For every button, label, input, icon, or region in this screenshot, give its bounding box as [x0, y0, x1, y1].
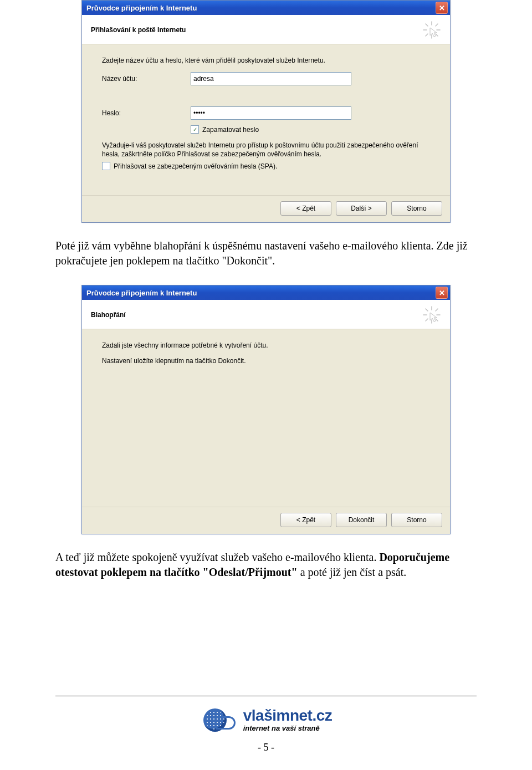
svg-line-12	[426, 309, 428, 311]
back-button[interactable]: < Zpět	[280, 513, 331, 527]
wizard-body: Zadejte název účtu a heslo, které vám př…	[82, 44, 450, 195]
titlebar[interactable]: Průvodce připojením k Internetu ✕	[82, 285, 450, 300]
svg-line-15	[426, 319, 428, 321]
svg-line-13	[436, 319, 438, 321]
para2-span-c: a poté již jen číst a psát.	[298, 566, 407, 578]
account-row: Název účtu:	[102, 72, 430, 85]
para2-span-a: A teď již můžete spokojeně využívat služ…	[55, 551, 379, 563]
page-number: - 5 -	[55, 742, 477, 753]
spa-label: Přihlašovat se zabezpečeným ověřováním h…	[114, 162, 277, 170]
instruction-text: Zadejte název účtu a heslo, které vám př…	[102, 57, 430, 64]
svg-line-4	[426, 24, 428, 26]
doc-paragraph-1: Poté již vám vyběhne blahopřání k úspěšn…	[55, 238, 477, 268]
svg-line-14	[436, 309, 438, 311]
spa-row[interactable]: Přihlašovat se zabezpečeným ověřováním h…	[102, 162, 430, 170]
svg-line-6	[436, 24, 438, 26]
brand-tagline: internet na vaší straně	[243, 725, 332, 732]
account-input[interactable]	[191, 72, 351, 85]
back-button[interactable]: < Zpět	[280, 201, 331, 216]
brand-logo: vlašimnet.cz internet na vaší straně	[55, 706, 477, 733]
brand-tld: .cz	[312, 707, 332, 724]
button-row: < Zpět Další > Storno	[82, 195, 450, 222]
wizard-header: Blahopřání	[82, 300, 450, 329]
close-icon[interactable]: ✕	[436, 2, 448, 14]
button-row: < Zpět Dokončit Storno	[82, 507, 450, 534]
brand-text: vlašimnet.cz internet na vaší straně	[243, 708, 332, 732]
cursor-burst-icon	[422, 305, 441, 324]
wizard-body: Zadali jste všechny informace potřebné k…	[82, 329, 450, 507]
spa-explain-text: Vyžaduje-li váš poskytovatel služeb Inte…	[102, 141, 430, 159]
wizard-subtitle: Přihlašování k poště Internetu	[91, 26, 186, 34]
finish-line2: Nastavení uložíte klepnutím na tlačítko …	[102, 357, 430, 365]
cursor-burst-icon	[422, 21, 441, 39]
remember-label: Zapamatovat heslo	[202, 126, 259, 134]
footer-divider	[55, 696, 477, 696]
cancel-button[interactable]: Storno	[391, 201, 442, 216]
wizard-dialog-finish: Průvodce připojením k Internetu ✕ Blahop…	[81, 285, 451, 534]
doc-paragraph-2: A teď již můžete spokojeně využívat služ…	[55, 550, 477, 580]
wizard-header: Přihlašování k poště Internetu	[82, 15, 450, 44]
titlebar[interactable]: Průvodce připojením k Internetu ✕	[82, 1, 450, 15]
window-title: Průvodce připojením k Internetu	[86, 289, 436, 297]
account-label: Název účtu:	[102, 75, 191, 83]
remember-row[interactable]: ✓ Zapamatovat heslo	[191, 125, 430, 134]
password-row: Heslo:	[102, 106, 430, 120]
svg-line-5	[436, 34, 438, 36]
brand-name: vlašimnet	[243, 707, 313, 724]
password-label: Heslo:	[102, 109, 191, 117]
wizard-dialog-login: Průvodce připojením k Internetu ✕ Přihla…	[81, 0, 451, 223]
window-title: Průvodce připojením k Internetu	[86, 4, 436, 12]
close-icon[interactable]: ✕	[436, 287, 448, 299]
next-button[interactable]: Další >	[336, 201, 387, 216]
globe-icon	[200, 706, 236, 733]
cancel-button[interactable]: Storno	[391, 513, 442, 527]
finish-line1: Zadali jste všechny informace potřebné k…	[102, 341, 430, 349]
svg-line-7	[426, 34, 428, 36]
finish-button[interactable]: Dokončit	[336, 513, 387, 527]
checkbox-icon[interactable]: ✓	[191, 125, 199, 134]
wizard-subtitle: Blahopřání	[91, 311, 126, 319]
page-footer: vlašimnet.cz internet na vaší straně - 5…	[55, 696, 477, 753]
checkbox-icon[interactable]	[102, 162, 110, 170]
password-input[interactable]	[191, 106, 351, 120]
